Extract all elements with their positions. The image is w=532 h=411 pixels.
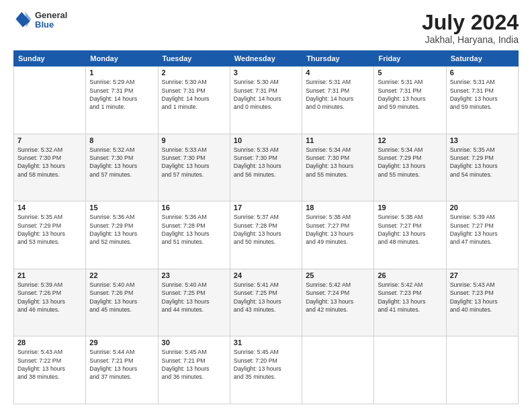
table-cell: 27Sunrise: 5:43 AMSunset: 7:23 PMDayligh… xyxy=(446,269,518,336)
col-thursday: Thursday xyxy=(302,51,374,66)
day-info: Sunrise: 5:31 AMSunset: 7:31 PMDaylight:… xyxy=(450,78,515,111)
day-info: Sunrise: 5:42 AMSunset: 7:24 PMDaylight:… xyxy=(306,281,370,314)
subtitle: Jakhal, Haryana, India xyxy=(422,34,519,45)
table-cell: 31Sunrise: 5:45 AMSunset: 7:20 PMDayligh… xyxy=(230,336,302,404)
week-row-1: 1Sunrise: 5:29 AMSunset: 7:31 PMDaylight… xyxy=(14,66,519,134)
day-info: Sunrise: 5:37 AMSunset: 7:28 PMDaylight:… xyxy=(234,213,298,246)
day-number: 4 xyxy=(306,68,370,77)
day-number: 23 xyxy=(162,271,226,279)
week-row-4: 21Sunrise: 5:39 AMSunset: 7:26 PMDayligh… xyxy=(14,269,519,336)
day-info: Sunrise: 5:33 AMSunset: 7:30 PMDaylight:… xyxy=(162,146,226,179)
day-info: Sunrise: 5:39 AMSunset: 7:26 PMDaylight:… xyxy=(17,281,82,314)
col-saturday: Saturday xyxy=(446,51,518,66)
logo: General Blue xyxy=(13,11,67,30)
table-cell: 29Sunrise: 5:44 AMSunset: 7:21 PMDayligh… xyxy=(86,336,158,404)
week-row-2: 7Sunrise: 5:32 AMSunset: 7:30 PMDaylight… xyxy=(14,134,519,201)
day-info: Sunrise: 5:39 AMSunset: 7:27 PMDaylight:… xyxy=(450,213,515,246)
day-number: 9 xyxy=(162,136,226,144)
day-info: Sunrise: 5:36 AMSunset: 7:28 PMDaylight:… xyxy=(162,213,226,246)
table-cell: 4Sunrise: 5:31 AMSunset: 7:31 PMDaylight… xyxy=(302,66,374,134)
day-number: 2 xyxy=(162,68,226,77)
day-info: Sunrise: 5:42 AMSunset: 7:23 PMDaylight:… xyxy=(378,281,442,314)
title-block: July 2024 Jakhal, Haryana, India xyxy=(422,11,519,45)
day-info: Sunrise: 5:33 AMSunset: 7:30 PMDaylight:… xyxy=(234,146,298,179)
day-number: 30 xyxy=(162,338,226,347)
day-number: 31 xyxy=(234,338,298,347)
table-cell: 9Sunrise: 5:33 AMSunset: 7:30 PMDaylight… xyxy=(158,134,230,201)
day-info: Sunrise: 5:34 AMSunset: 7:30 PMDaylight:… xyxy=(306,146,370,179)
day-info: Sunrise: 5:32 AMSunset: 7:30 PMDaylight:… xyxy=(89,146,154,179)
week-row-3: 14Sunrise: 5:35 AMSunset: 7:29 PMDayligh… xyxy=(14,201,519,269)
table-cell xyxy=(446,336,518,404)
day-info: Sunrise: 5:38 AMSunset: 7:27 PMDaylight:… xyxy=(378,213,442,246)
day-info: Sunrise: 5:30 AMSunset: 7:31 PMDaylight:… xyxy=(162,78,226,111)
day-number: 25 xyxy=(306,271,370,279)
table-cell: 13Sunrise: 5:35 AMSunset: 7:29 PMDayligh… xyxy=(446,134,518,201)
page: General Blue July 2024 Jakhal, Haryana, … xyxy=(0,0,532,411)
calendar-header-row: Sunday Monday Tuesday Wednesday Thursday… xyxy=(14,51,519,66)
table-cell: 15Sunrise: 5:36 AMSunset: 7:29 PMDayligh… xyxy=(86,201,158,269)
main-title: July 2024 xyxy=(422,11,519,34)
header: General Blue July 2024 Jakhal, Haryana, … xyxy=(13,11,519,45)
col-wednesday: Wednesday xyxy=(230,51,302,66)
table-cell: 21Sunrise: 5:39 AMSunset: 7:26 PMDayligh… xyxy=(14,269,86,336)
table-cell: 28Sunrise: 5:43 AMSunset: 7:22 PMDayligh… xyxy=(14,336,86,404)
table-cell: 8Sunrise: 5:32 AMSunset: 7:30 PMDaylight… xyxy=(86,134,158,201)
table-cell: 12Sunrise: 5:34 AMSunset: 7:29 PMDayligh… xyxy=(374,134,446,201)
calendar-table: Sunday Monday Tuesday Wednesday Thursday… xyxy=(13,50,519,404)
day-number: 20 xyxy=(450,203,515,212)
day-info: Sunrise: 5:40 AMSunset: 7:25 PMDaylight:… xyxy=(162,281,226,314)
col-monday: Monday xyxy=(86,51,158,66)
col-sunday: Sunday xyxy=(14,51,86,66)
day-number: 22 xyxy=(89,271,154,279)
day-number: 7 xyxy=(17,136,82,144)
day-number: 24 xyxy=(234,271,298,279)
day-info: Sunrise: 5:45 AMSunset: 7:21 PMDaylight:… xyxy=(162,348,226,381)
table-cell: 26Sunrise: 5:42 AMSunset: 7:23 PMDayligh… xyxy=(374,269,446,336)
day-info: Sunrise: 5:41 AMSunset: 7:25 PMDaylight:… xyxy=(234,281,298,314)
day-number: 5 xyxy=(378,68,442,77)
day-number: 14 xyxy=(17,203,82,212)
day-info: Sunrise: 5:45 AMSunset: 7:20 PMDaylight:… xyxy=(234,348,298,381)
day-info: Sunrise: 5:44 AMSunset: 7:21 PMDaylight:… xyxy=(89,348,154,381)
day-info: Sunrise: 5:29 AMSunset: 7:31 PMDaylight:… xyxy=(89,78,154,111)
logo-general-text: General xyxy=(35,11,67,20)
table-cell: 23Sunrise: 5:40 AMSunset: 7:25 PMDayligh… xyxy=(158,269,230,336)
day-number: 21 xyxy=(17,271,82,279)
day-number: 19 xyxy=(378,203,442,212)
day-number: 15 xyxy=(89,203,154,212)
col-tuesday: Tuesday xyxy=(158,51,230,66)
table-cell: 19Sunrise: 5:38 AMSunset: 7:27 PMDayligh… xyxy=(374,201,446,269)
logo-blue-text: Blue xyxy=(35,20,67,30)
day-number: 1 xyxy=(89,68,154,77)
logo-icon xyxy=(13,11,32,30)
week-row-5: 28Sunrise: 5:43 AMSunset: 7:22 PMDayligh… xyxy=(14,336,519,404)
day-info: Sunrise: 5:35 AMSunset: 7:29 PMDaylight:… xyxy=(450,146,515,179)
table-cell: 11Sunrise: 5:34 AMSunset: 7:30 PMDayligh… xyxy=(302,134,374,201)
table-cell: 14Sunrise: 5:35 AMSunset: 7:29 PMDayligh… xyxy=(14,201,86,269)
table-cell: 7Sunrise: 5:32 AMSunset: 7:30 PMDaylight… xyxy=(14,134,86,201)
day-info: Sunrise: 5:43 AMSunset: 7:22 PMDaylight:… xyxy=(17,348,82,381)
day-number: 18 xyxy=(306,203,370,212)
table-cell: 5Sunrise: 5:31 AMSunset: 7:31 PMDaylight… xyxy=(374,66,446,134)
day-number: 12 xyxy=(378,136,442,144)
table-cell: 18Sunrise: 5:38 AMSunset: 7:27 PMDayligh… xyxy=(302,201,374,269)
table-cell xyxy=(14,66,86,134)
logo-text: General Blue xyxy=(35,11,67,30)
day-number: 8 xyxy=(89,136,154,144)
table-cell: 2Sunrise: 5:30 AMSunset: 7:31 PMDaylight… xyxy=(158,66,230,134)
day-info: Sunrise: 5:32 AMSunset: 7:30 PMDaylight:… xyxy=(17,146,82,179)
day-number: 27 xyxy=(450,271,515,279)
table-cell: 22Sunrise: 5:40 AMSunset: 7:26 PMDayligh… xyxy=(86,269,158,336)
table-cell: 20Sunrise: 5:39 AMSunset: 7:27 PMDayligh… xyxy=(446,201,518,269)
day-info: Sunrise: 5:34 AMSunset: 7:29 PMDaylight:… xyxy=(378,146,442,179)
day-number: 3 xyxy=(234,68,298,77)
day-number: 28 xyxy=(17,338,82,347)
day-info: Sunrise: 5:31 AMSunset: 7:31 PMDaylight:… xyxy=(378,78,442,111)
table-cell: 1Sunrise: 5:29 AMSunset: 7:31 PMDaylight… xyxy=(86,66,158,134)
table-cell: 30Sunrise: 5:45 AMSunset: 7:21 PMDayligh… xyxy=(158,336,230,404)
table-cell: 24Sunrise: 5:41 AMSunset: 7:25 PMDayligh… xyxy=(230,269,302,336)
day-number: 17 xyxy=(234,203,298,212)
table-cell xyxy=(374,336,446,404)
day-number: 16 xyxy=(162,203,226,212)
